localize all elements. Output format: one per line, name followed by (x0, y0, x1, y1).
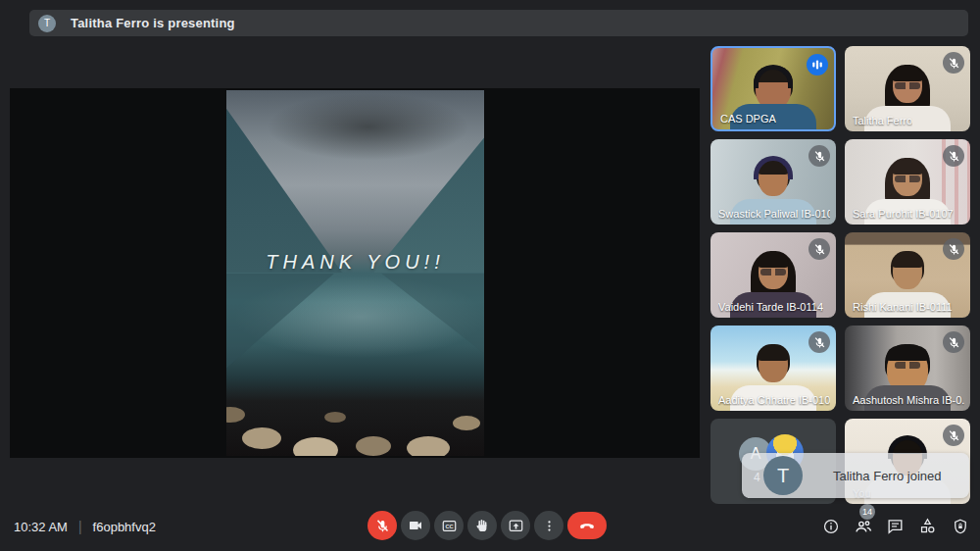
participant-tile-vaidehi-tarde[interactable]: Vaidehi Tarde IB-0114 (710, 232, 836, 318)
presentation-stage[interactable]: THANK YOU!! (10, 88, 700, 458)
mic-muted-icon (943, 52, 964, 74)
mic-muted-icon (808, 238, 830, 260)
mic-muted-icon (943, 238, 964, 260)
slide-rock (242, 427, 281, 449)
participant-name: Vaidehi Tarde IB-0114 (718, 301, 823, 313)
participant-tile-aaditya-chhatre[interactable]: Aaditya Chhatre IB-0109 (710, 326, 836, 411)
participant-tile-cas-dpga[interactable]: CAS DPGA (710, 46, 836, 131)
chat-icon (886, 517, 905, 535)
meeting-panel-icons (821, 517, 969, 535)
mic-muted-icon (808, 331, 830, 353)
more-options-icon (542, 519, 557, 533)
call-controls: CC (368, 511, 607, 540)
camera-toggle-button[interactable] (401, 511, 430, 540)
participant-tile-talitha-ferro[interactable]: Talitha Ferro (845, 46, 970, 131)
slide-rock (407, 436, 450, 456)
join-toast: T Talitha Ferro joined (742, 453, 969, 498)
activities-icon (918, 517, 937, 535)
slide-mountain-reflection-right (381, 274, 484, 354)
toast-avatar: T (763, 456, 803, 495)
participant-grid: CAS DPGA Talitha Ferro Swastick Paliwal … (710, 46, 970, 504)
slide-mountain-left (226, 109, 342, 274)
participant-tile-sara-purohit[interactable]: Sara Purohit IB-0107 (845, 139, 970, 225)
participant-name: Sara Purohit IB-0107 (853, 208, 954, 220)
participant-name: Aaditya Chhatre IB-0109 (718, 394, 830, 406)
time-and-meeting-code: 10:32 AM | f6opbhfvq2 (14, 519, 156, 534)
slide-rock (453, 416, 480, 430)
mic-off-icon (375, 519, 390, 533)
slide-title-text: THANK YOU!! (226, 251, 484, 274)
mic-muted-icon (943, 331, 964, 353)
end-call-button[interactable] (567, 512, 607, 539)
participant-tile-rishi-kanani[interactable]: Rishi Kanani IB-0111 (845, 232, 970, 318)
participant-name: Talitha Ferro (853, 115, 912, 126)
toast-text: Talitha Ferro joined (833, 469, 942, 483)
end-call-icon (578, 517, 596, 534)
presenting-banner: T Talitha Ferro is presenting (29, 10, 968, 36)
slide-mountain-reflection-left (226, 274, 334, 369)
participant-tile-aashutosh-mishra[interactable]: Aashutosh Mishra IB-0... (845, 326, 970, 411)
camera-icon (408, 518, 423, 533)
speaking-indicator-icon (807, 54, 828, 75)
participant-count-badge: 14 (859, 504, 875, 520)
presenter-avatar: T (38, 15, 56, 32)
captions-button[interactable]: CC (434, 511, 464, 540)
slide-rock (226, 407, 245, 423)
participant-name: Rishi Kanani IB-0111 (853, 301, 953, 313)
participant-name: Aashutosh Mishra IB-0... (853, 394, 964, 406)
participant-tile-swastick-paliwal[interactable]: Swastick Paliwal IB-0105 (710, 139, 836, 225)
info-icon (822, 518, 840, 535)
activities-button[interactable] (918, 517, 937, 535)
present-screen-icon (508, 518, 524, 534)
captions-icon: CC (441, 518, 458, 534)
mic-muted-icon (943, 425, 964, 446)
presentation-slide: THANK YOU!! (226, 90, 484, 456)
mic-toggle-button[interactable] (368, 511, 397, 540)
svg-text:CC: CC (445, 523, 453, 528)
slide-rock (356, 436, 391, 456)
clock-time: 10:32 AM (14, 520, 68, 534)
host-controls-button[interactable] (951, 517, 969, 535)
present-screen-button[interactable] (501, 511, 530, 540)
meeting-code: f6opbhfvq2 (93, 520, 156, 534)
chat-button[interactable] (886, 517, 905, 535)
divider: | (78, 519, 82, 534)
raise-hand-button[interactable] (467, 511, 497, 540)
slide-rock (324, 412, 346, 423)
presenting-banner-text: Talitha Ferro is presenting (71, 16, 235, 30)
participant-name: Swastick Paliwal IB-0105 (718, 208, 830, 220)
participant-name: CAS DPGA (720, 113, 776, 125)
slide-rock (293, 437, 338, 456)
raise-hand-icon (474, 518, 490, 533)
shield-lock-icon (952, 518, 969, 535)
show-participants-button[interactable] (854, 517, 872, 535)
more-options-button[interactable] (534, 511, 564, 540)
meeting-details-button[interactable] (821, 517, 840, 535)
mic-muted-icon (943, 145, 964, 167)
mic-muted-icon (808, 145, 830, 167)
